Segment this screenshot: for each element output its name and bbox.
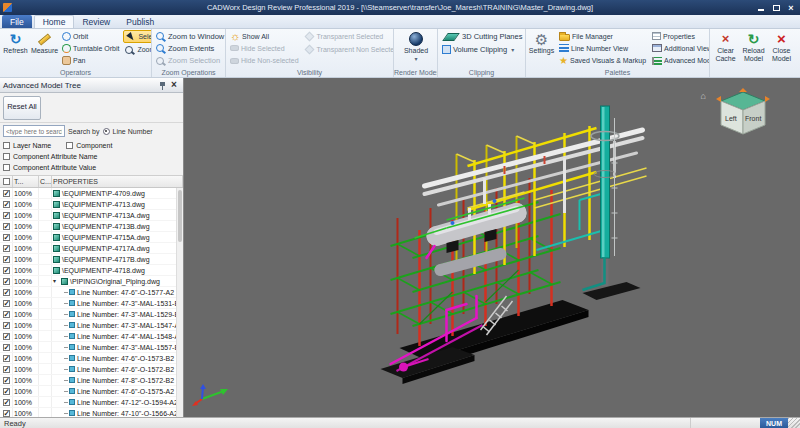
- close-button[interactable]: [784, 2, 798, 14]
- table-row[interactable]: 100% Line Number: 47-3"-MAL-1557-B3: [0, 342, 183, 353]
- header-transparency-column[interactable]: T...: [13, 176, 39, 187]
- transparent-non-selected-button[interactable]: Transparent Non Selected: [302, 43, 393, 56]
- settings-button[interactable]: Settings: [528, 30, 555, 67]
- select-button[interactable]: Select: [123, 30, 151, 43]
- refresh-button[interactable]: Refresh: [2, 30, 29, 67]
- table-row[interactable]: 100% Line Number: 47-3"-MAL-1531-B3: [0, 298, 183, 309]
- table-row[interactable]: 100% Line Number: 47-6"-O-1575-A2: [0, 386, 183, 397]
- header-color-column[interactable]: C...: [39, 176, 52, 187]
- saved-visuals-button[interactable]: Saved Visuals & Markup: [557, 55, 648, 67]
- additional-view-button[interactable]: Additional View: [650, 42, 709, 54]
- orbit-button[interactable]: Orbit: [60, 30, 121, 42]
- row-visibility-checkbox[interactable]: [3, 267, 10, 274]
- zoom-to-window-button[interactable]: Zoom to Window: [154, 30, 225, 42]
- reset-all-button[interactable]: Reset All: [3, 96, 41, 120]
- row-visibility-checkbox[interactable]: [3, 234, 10, 241]
- table-row[interactable]: 100% \EQUIPMENT\P-4713B.dwg: [0, 221, 183, 232]
- viewcube-rotate-left-arrow[interactable]: [716, 96, 721, 102]
- close-model-button[interactable]: Close Model: [768, 30, 795, 76]
- row-visibility-checkbox[interactable]: [3, 278, 10, 285]
- viewcube-rotate-up-arrow[interactable]: [739, 88, 747, 92]
- tab-publish[interactable]: Publish: [118, 15, 162, 28]
- row-visibility-checkbox[interactable]: [3, 245, 10, 252]
- table-row[interactable]: 100% Line Number: 47-3"-MAL-1529-B3: [0, 309, 183, 320]
- table-row[interactable]: 100% Line Number: 47-12"-O-1594-A2: [0, 397, 183, 408]
- table-row[interactable]: 100% \EQUIPMENT\P-4713A.dwg: [0, 210, 183, 221]
- row-visibility-checkbox[interactable]: [3, 201, 10, 208]
- plant-model-scene[interactable]: [184, 78, 800, 417]
- resize-grip[interactable]: [788, 418, 800, 428]
- zoom-extents-button[interactable]: Zoom Extents: [154, 42, 225, 54]
- cutting-planes-button[interactable]: 3D Cutting Planes: [440, 30, 525, 43]
- table-row[interactable]: 100% Line Number: 47-10"-O-1566-A2: [0, 408, 183, 417]
- clear-cache-button[interactable]: Clear Cache: [712, 30, 739, 76]
- table-row[interactable]: 100% Line Number: 47-6"-O-1572-B2: [0, 364, 183, 375]
- table-row[interactable]: 100% \EQUIPMENT\P-4713.dwg: [0, 199, 183, 210]
- row-visibility-checkbox[interactable]: [3, 223, 10, 230]
- tree-scrollbar[interactable]: [176, 188, 183, 417]
- scrollbar-thumb[interactable]: [178, 190, 182, 242]
- advanced-model-tree-button[interactable]: Advanced Model Tree: [650, 55, 709, 67]
- file-manager-button[interactable]: File Manager: [557, 30, 648, 42]
- row-visibility-checkbox[interactable]: [3, 399, 10, 406]
- table-row[interactable]: 100% Line Number: 47-3"-MAL-1547-A3: [0, 320, 183, 331]
- minimize-button[interactable]: [754, 2, 768, 14]
- table-row[interactable]: 100% Line Number: 47-8"-O-1572-B2: [0, 375, 183, 386]
- hide-non-selected-button[interactable]: Hide Non-selected: [228, 55, 301, 67]
- hide-selected-button[interactable]: Hide Selected: [228, 42, 301, 54]
- turntable-orbit-button[interactable]: Turntable Orbit: [60, 42, 121, 54]
- viewcube-rotate-right-arrow[interactable]: [765, 96, 770, 102]
- row-visibility-checkbox[interactable]: [3, 300, 10, 307]
- table-row[interactable]: 100% \EQUIPMENT\P-4715A.dwg: [0, 232, 183, 243]
- row-visibility-checkbox[interactable]: [3, 366, 10, 373]
- table-row[interactable]: 100% \EQUIPMENT\P-4709.dwg: [0, 188, 183, 199]
- row-visibility-checkbox[interactable]: [3, 190, 10, 197]
- zoom-button[interactable]: Zoom: [123, 43, 151, 56]
- row-visibility-checkbox[interactable]: [3, 256, 10, 263]
- row-visibility-checkbox[interactable]: [3, 311, 10, 318]
- close-panel-button[interactable]: [168, 79, 180, 91]
- table-row[interactable]: 100% \EQUIPMENT\P-4718.dwg: [0, 265, 183, 276]
- transparent-selected-button[interactable]: Transparent Selected: [302, 30, 393, 43]
- row-visibility-checkbox[interactable]: [3, 333, 10, 340]
- row-visibility-checkbox[interactable]: [3, 355, 10, 362]
- shaded-button[interactable]: Shaded: [396, 30, 436, 67]
- maximize-button[interactable]: [769, 2, 783, 14]
- pin-panel-button[interactable]: [156, 79, 168, 91]
- table-row[interactable]: 100% Line Number: 47-6"-O-1577-A2: [0, 287, 183, 298]
- volume-clipping-button[interactable]: Volume Clipping: [440, 43, 525, 56]
- view-cube[interactable]: Left Front: [712, 88, 774, 144]
- table-row[interactable]: 100% \PIPING\Original_Piping.dwg: [0, 276, 183, 287]
- row-visibility-checkbox[interactable]: [3, 388, 10, 395]
- row-visibility-checkbox[interactable]: [3, 289, 10, 296]
- show-all-button[interactable]: Show All: [228, 30, 301, 42]
- reload-model-button[interactable]: Reload Model: [740, 30, 767, 76]
- measure-button[interactable]: Measure: [31, 30, 58, 67]
- table-row[interactable]: 100% Line Number: 47-4"-MAL-1548-A3: [0, 331, 183, 342]
- row-visibility-checkbox[interactable]: [3, 212, 10, 219]
- row-visibility-checkbox[interactable]: [3, 344, 10, 351]
- viewport-3d[interactable]: ⌂ Left Front: [184, 78, 800, 417]
- tab-file[interactable]: File: [2, 15, 32, 28]
- line-number-radio[interactable]: [103, 128, 110, 135]
- tab-home[interactable]: Home: [34, 15, 75, 28]
- layer-name-checkbox[interactable]: [3, 142, 10, 149]
- pan-button[interactable]: Pan: [60, 55, 121, 67]
- properties-button[interactable]: Properties: [650, 30, 709, 42]
- header-properties-column[interactable]: PROPERTIES: [52, 176, 183, 187]
- component-attribute-value-checkbox[interactable]: [3, 164, 10, 171]
- search-input[interactable]: [3, 125, 65, 137]
- row-visibility-checkbox[interactable]: [3, 322, 10, 329]
- expander-icon[interactable]: [53, 278, 59, 284]
- table-row[interactable]: 100% \EQUIPMENT\P-4717A.dwg: [0, 243, 183, 254]
- component-checkbox[interactable]: [66, 142, 73, 149]
- zoom-selection-button[interactable]: Zoom Selection: [154, 55, 225, 67]
- table-row[interactable]: 100% Line Number: 47-6"-O-1573-B2: [0, 353, 183, 364]
- line-number-view-button[interactable]: Line Number View: [557, 42, 648, 54]
- home-view-icon[interactable]: ⌂: [701, 92, 706, 101]
- row-visibility-checkbox[interactable]: [3, 377, 10, 384]
- tab-review[interactable]: Review: [74, 15, 118, 28]
- component-attribute-name-checkbox[interactable]: [3, 153, 10, 160]
- table-row[interactable]: 100% \EQUIPMENT\P-4717B.dwg: [0, 254, 183, 265]
- row-visibility-checkbox[interactable]: [3, 410, 10, 417]
